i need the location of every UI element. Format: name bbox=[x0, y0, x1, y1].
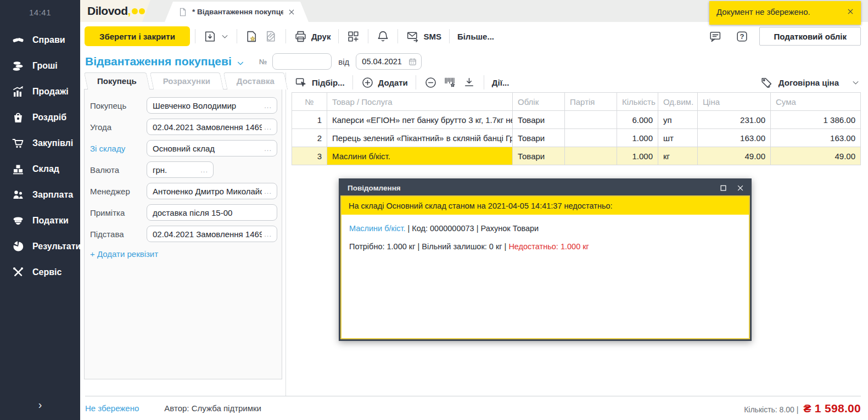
cell-price[interactable]: 163.00 bbox=[698, 129, 771, 147]
more-button[interactable]: Більше... bbox=[455, 32, 497, 41]
cell-account[interactable]: Товари bbox=[513, 147, 565, 165]
chevron-down-icon[interactable] bbox=[236, 59, 245, 68]
add-row-button[interactable]: Додати bbox=[358, 76, 411, 89]
sidebar-item-podatky[interactable]: Податки bbox=[0, 208, 80, 233]
sidebar-item-spravy[interactable]: Справи bbox=[0, 27, 80, 53]
cell-price[interactable]: 231.00 bbox=[698, 111, 771, 129]
col-header-price[interactable]: Ціна bbox=[698, 93, 771, 111]
document-tab[interactable]: * Відвантаження покупцеві: (но bbox=[165, 2, 309, 22]
col-header-sum[interactable]: Сума bbox=[771, 93, 861, 111]
note-input[interactable]: доставка після 15-00 bbox=[147, 204, 277, 221]
cell-unit[interactable]: кг bbox=[658, 147, 698, 165]
cell-batch[interactable] bbox=[565, 111, 617, 129]
item-link[interactable]: Маслини б/кіст. bbox=[349, 224, 405, 233]
document-number-input[interactable] bbox=[272, 53, 332, 70]
sidebar-expand-chevron[interactable]: › bbox=[0, 399, 80, 411]
col-header-batch[interactable]: Партія bbox=[565, 93, 617, 111]
save-button[interactable] bbox=[200, 30, 232, 43]
maximize-icon[interactable] bbox=[719, 184, 727, 192]
col-header-item[interactable]: Товар / Послуга bbox=[327, 93, 513, 111]
add-requisite-link[interactable]: + Додати реквізит bbox=[90, 249, 277, 259]
warehouse-picker[interactable]: Основний склад ... bbox=[147, 140, 277, 156]
manager-picker[interactable]: Антоненко Дмитро Миколайович ... bbox=[147, 183, 277, 199]
cell-qty[interactable]: 1.000 bbox=[617, 147, 658, 165]
pick-items-button[interactable]: Підбір... bbox=[292, 76, 348, 89]
cell-item[interactable]: Перець зелений «Пікантний» в скляній бан… bbox=[327, 129, 513, 147]
cell-batch[interactable] bbox=[565, 129, 617, 147]
reminders-button[interactable] bbox=[373, 30, 393, 43]
cell-qty[interactable]: 1.000 bbox=[617, 129, 658, 147]
cell-sum[interactable]: 1 386.00 bbox=[771, 111, 861, 129]
col-header-number[interactable]: № bbox=[292, 93, 327, 111]
document-date-input[interactable]: 05.04.2021 bbox=[356, 53, 422, 70]
sidebar-item-prodazhi[interactable]: Продажі bbox=[0, 79, 80, 104]
comments-button[interactable] bbox=[705, 30, 725, 43]
tab-settlements[interactable]: Розрахунки bbox=[152, 72, 222, 89]
sidebar-item-sklad[interactable]: Склад bbox=[0, 156, 80, 182]
table-row-selected[interactable]: 3 Маслини б/кіст. Товари 1.000 кг 49.00 … bbox=[292, 147, 861, 165]
cell-item[interactable]: Маслини б/кіст. bbox=[327, 147, 513, 165]
related-docs-button[interactable] bbox=[344, 30, 363, 43]
buyer-picker[interactable]: Шевченко Володимир ... bbox=[147, 97, 277, 114]
warehouse-label-link[interactable]: Зі складу bbox=[90, 144, 147, 153]
col-header-qty[interactable]: Кількість bbox=[617, 93, 658, 111]
picker-dots[interactable]: ... bbox=[200, 166, 208, 174]
sidebar-item-servis[interactable]: Сервіс bbox=[0, 259, 80, 285]
currency-picker[interactable]: грн. ... bbox=[147, 161, 214, 178]
attachments-button[interactable] bbox=[261, 30, 281, 43]
remove-row-button[interactable] bbox=[421, 76, 440, 89]
app-logo[interactable]: Dilovod, bbox=[80, 0, 150, 22]
save-state-link[interactable]: Не збережено bbox=[85, 404, 139, 413]
cell-item[interactable]: Каперси «ЕГІОН» пет банку брутто 3 кг, 1… bbox=[327, 111, 513, 129]
sms-button[interactable]: SMS bbox=[403, 30, 444, 43]
col-header-unit[interactable]: Од.вим. bbox=[658, 93, 698, 111]
cell-qty[interactable]: 6.000 bbox=[617, 111, 658, 129]
col-header-account[interactable]: Облік bbox=[513, 93, 565, 111]
cell-account[interactable]: Товари bbox=[513, 111, 565, 129]
agreement-picker[interactable]: 02.04.2021 Замовлення 146951347 ... bbox=[147, 119, 277, 135]
sidebar-item-zarplata[interactable]: Зарплата bbox=[0, 182, 80, 208]
picker-dots[interactable]: ... bbox=[264, 144, 272, 153]
favorite-doc-icon bbox=[245, 30, 259, 43]
table-row[interactable]: 1 Каперси «ЕГІОН» пет банку брутто 3 кг,… bbox=[292, 111, 861, 129]
tax-accounting-button[interactable]: Податковий облік bbox=[759, 27, 861, 46]
dialog-close-icon[interactable] bbox=[736, 184, 744, 192]
dialog-titlebar[interactable]: Повідомлення bbox=[340, 180, 750, 195]
import-button[interactable] bbox=[460, 76, 479, 89]
cell-batch[interactable] bbox=[565, 147, 617, 165]
cell-sum[interactable]: 163.00 bbox=[771, 129, 861, 147]
actions-button[interactable]: Дії... bbox=[489, 78, 512, 87]
sidebar-item-rozdrib[interactable]: Роздріб bbox=[0, 104, 80, 130]
picker-dots[interactable]: ... bbox=[264, 123, 272, 131]
picker-dots[interactable]: ... bbox=[264, 230, 272, 238]
cell-number[interactable]: 2 bbox=[292, 129, 327, 147]
basis-picker[interactable]: 02.04.2021 Замовлення 146951347 ... bbox=[147, 226, 277, 242]
cell-price[interactable]: 49.00 bbox=[698, 147, 771, 165]
sidebar-item-rezultaty[interactable]: Результати bbox=[0, 233, 80, 259]
sidebar-item-zakupivli[interactable]: Закупівлі bbox=[0, 130, 80, 156]
price-type-selector[interactable]: Договірна ціна bbox=[760, 76, 860, 89]
calendar-icon[interactable] bbox=[408, 57, 417, 66]
print-button[interactable]: Друк bbox=[291, 30, 334, 43]
cell-unit[interactable]: уп bbox=[658, 111, 698, 129]
tab-buyer[interactable]: Покупець bbox=[86, 72, 148, 89]
picker-dots[interactable]: ... bbox=[264, 187, 272, 195]
sidebar-item-label: Результати bbox=[32, 242, 81, 251]
bell-icon bbox=[376, 30, 390, 43]
toast-close-icon[interactable] bbox=[847, 8, 854, 15]
help-button[interactable]: ? bbox=[732, 30, 752, 43]
picker-dots[interactable]: ... bbox=[264, 102, 272, 110]
cell-number[interactable]: 3 bbox=[292, 147, 327, 165]
barcode-button[interactable] bbox=[440, 76, 460, 89]
cell-unit[interactable]: шт bbox=[658, 129, 698, 147]
save-close-button[interactable]: Зберегти і закрити bbox=[85, 26, 190, 46]
tab-delivery[interactable]: Доставка bbox=[225, 72, 286, 89]
cell-number[interactable]: 1 bbox=[292, 111, 327, 129]
tab-close-icon[interactable] bbox=[288, 8, 295, 16]
sidebar-item-hroshi[interactable]: Гроші bbox=[0, 53, 80, 79]
cell-account[interactable]: Товари bbox=[513, 129, 565, 147]
favorite-button[interactable] bbox=[242, 30, 261, 43]
table-row[interactable]: 2 Перець зелений «Пікантний» в скляній б… bbox=[292, 129, 861, 147]
cell-sum[interactable]: 49.00 bbox=[771, 147, 861, 165]
document-type-title[interactable]: Відвантаження покупцеві bbox=[85, 55, 232, 68]
